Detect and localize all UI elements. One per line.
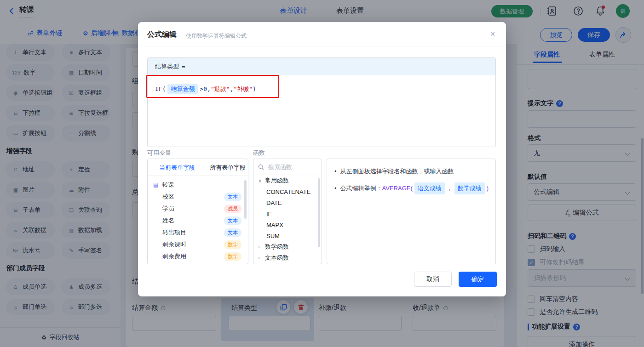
- function-group-label: 常用函数: [265, 176, 289, 185]
- variable-name: 剩余费用: [162, 252, 186, 261]
- bullet-icon: •: [334, 166, 337, 176]
- tab-all-form-fields[interactable]: 所有表单字段: [210, 164, 246, 172]
- modal-header-divider: [138, 46, 506, 46]
- function-search-input[interactable]: [267, 163, 313, 171]
- formula-target-field: 结算类型: [155, 63, 179, 71]
- search-icon: [258, 164, 264, 170]
- variable-name: 转出项目: [162, 228, 186, 237]
- variable-type-badge: 文本: [224, 193, 242, 201]
- variable-type-badge: 数字: [224, 252, 242, 261]
- function-item[interactable]: SUM: [253, 230, 322, 241]
- formula-equals: =: [182, 63, 185, 70]
- functions-panel: ∨常用函数CONCATENATEDATEIFMAPXSUM›数学函数›文本函数: [253, 159, 322, 264]
- help-tip-1: • 从左侧面板选择字段名和函数，或输入函数: [334, 166, 489, 176]
- form-doc-icon: ▤: [153, 182, 158, 188]
- formula-help-panel: • 从左侧面板选择字段名和函数，或输入函数 • 公式编辑举例： AVERAGE(…: [327, 159, 496, 264]
- formula-target-bar: 结算类型 =: [148, 58, 495, 75]
- variable-type-badge: 文本: [224, 228, 242, 237]
- variable-row[interactable]: 学员成员: [148, 203, 248, 215]
- help-example-close: ): [487, 183, 489, 193]
- tab-current-form-fields[interactable]: 当前表单字段: [159, 164, 195, 172]
- variables-panel: 当前表单字段 所有表单字段 ▤ 转课 校区文本学员成员姓名文本转出项目文本剩余课…: [147, 159, 248, 264]
- annotation-highlight-box: [146, 75, 279, 98]
- help-tip-1-text: 从左侧面板选择字段名和函数，或输入函数: [340, 166, 454, 176]
- modal-title: 公式编辑: [147, 30, 177, 40]
- help-example-separator: ，: [447, 183, 453, 193]
- variable-row[interactable]: 剩余费用数字: [148, 250, 248, 262]
- chevron-right-icon: ›: [258, 244, 263, 250]
- variables-tabs: 当前表单字段 所有表单字段: [148, 159, 248, 176]
- chevron-right-icon: ›: [258, 255, 263, 261]
- variable-name: 校区: [162, 193, 174, 201]
- function-group-label: 数学函数: [265, 243, 289, 251]
- cancel-button[interactable]: 取消: [414, 272, 452, 287]
- help-example-chip-2: 数学成绩: [454, 182, 485, 194]
- variable-row[interactable]: 姓名文本: [148, 215, 248, 227]
- function-item[interactable]: IF: [253, 208, 322, 219]
- confirm-button[interactable]: 确定: [459, 272, 497, 287]
- function-group-collapsed[interactable]: ›文本函数: [253, 252, 322, 263]
- variable-name: 学员: [162, 205, 174, 213]
- function-search[interactable]: [253, 159, 322, 175]
- help-tip-2-prefix: 公式编辑举例：: [340, 183, 382, 193]
- variable-name: 姓名: [162, 216, 174, 225]
- function-item[interactable]: CONCATENATE: [253, 186, 322, 197]
- modal-subtitle: 使用数学运算符编辑公式: [186, 32, 247, 40]
- form-node-label: 转课: [162, 181, 174, 189]
- chevron-down-icon: ∨: [258, 178, 263, 184]
- function-group-expanded[interactable]: ∨常用函数: [253, 175, 322, 186]
- function-group-label: 文本函数: [265, 254, 289, 262]
- form-node[interactable]: ▤ 转课: [148, 179, 248, 191]
- close-icon[interactable]: ×: [487, 28, 499, 40]
- functions-section-label: 函数: [253, 149, 265, 157]
- bullet-icon: •: [334, 183, 337, 193]
- variables-scrollbar[interactable]: [244, 180, 247, 219]
- formula-editor[interactable]: 结算类型 = IF(结算金额>0,"退款","补缴"): [147, 57, 496, 147]
- variable-row[interactable]: 转出项目文本: [148, 227, 248, 239]
- variable-type-badge: 成员: [224, 205, 242, 213]
- function-item[interactable]: DATE: [253, 197, 322, 208]
- variable-name: 剩余课时: [162, 240, 186, 249]
- variables-list: 校区文本学员成员姓名文本转出项目文本剩余课时数字剩余费用数字: [148, 191, 248, 262]
- variable-row[interactable]: 剩余课时数字: [148, 239, 248, 250]
- function-item[interactable]: MAPX: [253, 219, 322, 230]
- help-example-chip-1: 语文成绩: [414, 182, 445, 194]
- formula-edit-modal: 公式编辑 使用数学运算符编辑公式 × 结算类型 = IF(结算金额>0,"退款"…: [138, 22, 506, 296]
- function-group-collapsed[interactable]: ›数学函数: [253, 241, 322, 252]
- variable-row[interactable]: 校区文本: [148, 191, 248, 203]
- app-window: 转课 表单设计 表单设置 数据管理 训 ☍ 表单外链: [0, 0, 644, 347]
- help-tip-2: • 公式编辑举例： AVERAGE( 语文成绩 ， 数学成绩 ): [334, 182, 489, 194]
- variable-type-badge: 文本: [224, 216, 242, 225]
- variable-type-badge: 数字: [224, 240, 242, 249]
- help-example-fn: AVERAGE(: [382, 183, 413, 193]
- functions-list: ∨常用函数CONCATENATEDATEIFMAPXSUM›数学函数›文本函数: [253, 175, 322, 263]
- functions-scrollbar[interactable]: [318, 178, 320, 247]
- variables-section-label: 可用变量: [147, 149, 171, 157]
